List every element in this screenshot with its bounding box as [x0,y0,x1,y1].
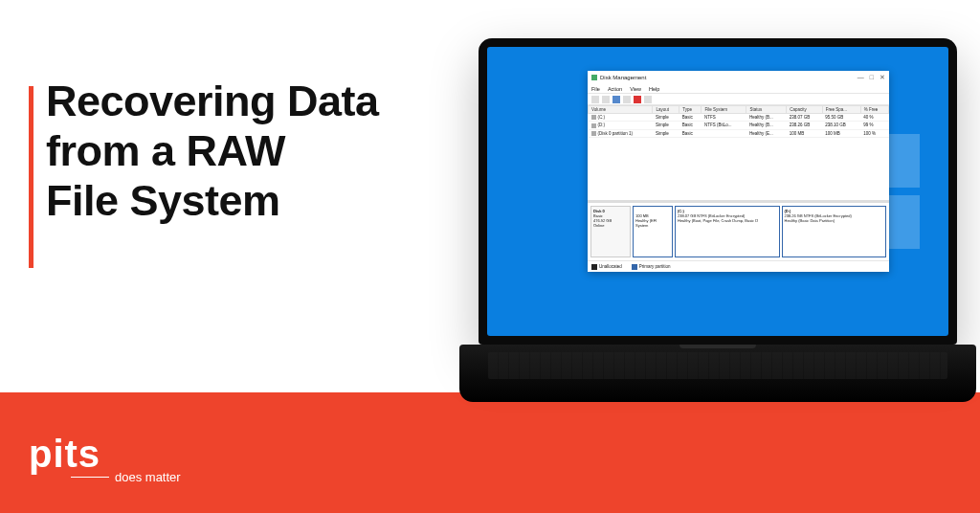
partition[interactable]: 100 MBHealthy (EFI System [633,206,673,257]
window-title: Disk Management [600,75,646,80]
window-titlebar: Disk Management — □ ✕ [588,71,889,84]
app-icon [591,75,597,80]
col-header[interactable]: Status [746,106,787,114]
table-row[interactable]: (D:)SimpleBasicNTFS (BitLo...Healthy (B.… [589,122,889,129]
col-header[interactable]: % Free [860,106,888,114]
brand-logo: pits does matter [29,433,181,484]
col-header[interactable]: File System [702,106,746,114]
accent-bar [29,86,33,268]
table-row[interactable]: (C:)SimpleBasicNTFSHealthy (B...238.07 G… [589,114,889,122]
table-row[interactable]: (Disk 0 partition 1)SimpleBasicHealthy (… [589,129,889,137]
maximize-icon[interactable]: □ [870,74,874,81]
toolbar-delete-icon[interactable] [634,96,641,103]
minimize-icon[interactable]: — [858,74,864,81]
legend-swatch-primary [632,264,637,270]
laptop-screen: Disk Management — □ ✕ File Action View H… [487,47,948,336]
toolbar-icon[interactable] [612,96,620,103]
col-header[interactable]: Capacity [787,106,822,114]
volume-table: VolumeLayoutTypeFile SystemStatusCapacit… [588,105,889,138]
col-header[interactable]: Layout [653,106,679,114]
menu-help[interactable]: Help [649,86,659,92]
partition[interactable]: (C:)238.07 GB NTFS (BitLocker Encrypted)… [675,206,780,257]
toolbar-icon[interactable] [602,96,610,103]
volume-list-pane: VolumeLayoutTypeFile SystemStatusCapacit… [588,105,889,200]
col-header[interactable]: Free Spa... [822,106,860,114]
toolbar-icon[interactable] [623,96,631,103]
disk-map-pane: Disk 0 Basic 476.92 GB Online 100 MBHeal… [588,203,889,260]
toolbar-icon[interactable] [591,96,599,103]
menu-action[interactable]: Action [608,86,622,92]
window-buttons: — □ ✕ [858,74,885,81]
laptop-keyboard [488,352,947,379]
toolbar [588,94,889,105]
menu-file[interactable]: File [591,86,600,92]
menu-bar: File Action View Help [588,84,889,94]
legend-swatch-unallocated [591,264,597,270]
headline: Recovering Datafrom a RAWFile System [46,77,379,225]
disk-management-window: Disk Management — □ ✕ File Action View H… [588,71,889,272]
disk-label: Disk 0 Basic 476.92 GB Online [590,206,631,257]
col-header[interactable]: Volume [589,106,653,114]
menu-view[interactable]: View [630,86,641,92]
toolbar-icon[interactable] [644,96,652,103]
laptop-bezel: Disk Management — □ ✕ File Action View H… [479,38,957,345]
hero-banner: Recovering Datafrom a RAWFile System pit… [0,0,980,513]
legend: Unallocated Primary partition [588,260,889,272]
laptop-illustration: Disk Management — □ ✕ File Action View H… [479,38,957,402]
partition[interactable]: (D:)238.26 GB NTFS (BitLocker Encrypted)… [782,206,887,257]
close-icon[interactable]: ✕ [880,74,885,81]
laptop-base [459,345,976,402]
col-header[interactable]: Type [679,106,702,114]
